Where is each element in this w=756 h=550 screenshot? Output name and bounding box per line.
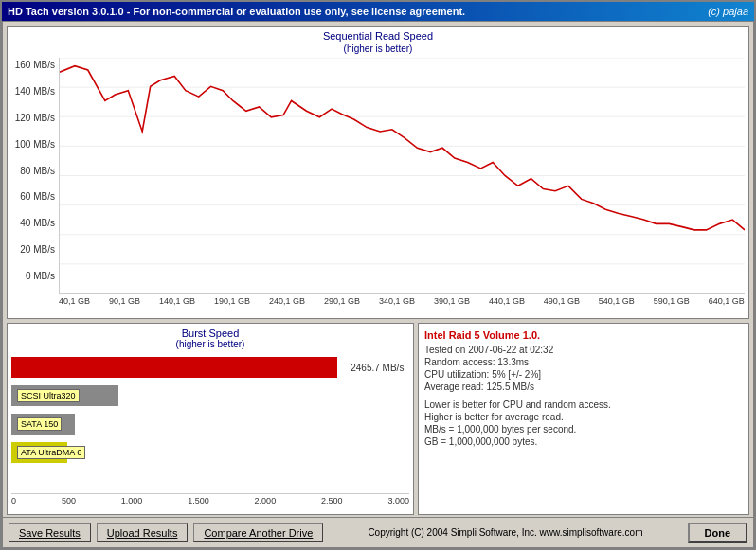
copyright-text: Copyright (C) 2004 Simpli Software, Inc.… (329, 527, 681, 538)
bar-fill: ATA UltraDMA 6 (11, 442, 67, 463)
y-axis-label: 120 MB/s (15, 113, 55, 123)
x-axis-label: 390,1 GB (434, 296, 470, 306)
x-axis-label: 340,1 GB (379, 296, 415, 306)
title-bar-text: HD Tach version 3.0.1.0 - For non-commer… (8, 6, 465, 17)
save-results-button[interactable]: Save Results (9, 523, 91, 542)
burst-title: Burst Speed (11, 328, 409, 339)
x-axis-label: 440,1 GB (489, 296, 525, 306)
chart-plot-area (59, 58, 745, 294)
bar-axis-label: 1.500 (188, 496, 209, 506)
info-note: Lower is better for CPU and random acces… (424, 399, 743, 410)
bar-fill: SATA 150 (11, 414, 75, 435)
bar-row: SATA 150 (11, 414, 409, 435)
bar-axis-label: 0 (11, 496, 16, 506)
y-axis-label: 40 MB/s (20, 218, 55, 228)
info-note: GB = 1,000,000,000 bytes. (424, 436, 743, 447)
bar-axis-label: 500 (62, 496, 76, 506)
bar-fill: SCSI Ultra320 (11, 385, 118, 406)
y-axis-label: 160 MB/s (15, 60, 55, 70)
title-bar: HD Tach version 3.0.1.0 - For non-commer… (2, 2, 754, 21)
burst-chart: Burst Speed (higher is better) 2465.7 MB… (7, 323, 414, 515)
bar-fill: 2465.7 MB/s (11, 357, 337, 378)
sequential-read-chart: Sequential Read Speed (higher is better)… (7, 26, 749, 319)
seq-chart-title: Sequential Read Speed (11, 30, 745, 42)
bar-label: SATA 150 (17, 417, 62, 431)
info-line: Average read: 125.5 MB/s (424, 381, 743, 392)
bar-track: ATA UltraDMA 6 (11, 442, 409, 463)
x-axis-label: 640,1 GB (709, 296, 745, 306)
info-line: CPU utilization: 5% [+/- 2%] (424, 369, 743, 380)
bar-track: 2465.7 MB/s (11, 357, 409, 378)
bar-row: ATA UltraDMA 6 (11, 442, 409, 463)
line-chart-wrapper: 160 MB/s140 MB/s120 MB/s100 MB/s80 MB/s6… (11, 58, 745, 294)
y-axis-label: 100 MB/s (15, 139, 55, 150)
bar-label: SCSI Ultra320 (17, 389, 80, 402)
line-chart-svg (60, 58, 745, 293)
bar-row: 2465.7 MB/s (11, 357, 409, 378)
y-axis-label: 140 MB/s (15, 86, 55, 97)
bar-track: SATA 150 (11, 414, 409, 435)
y-axis-label: 0 MB/s (26, 271, 55, 281)
info-line: Random access: 13.3ms (424, 357, 743, 367)
x-axis-labels: 40,1 GB90,1 GB140,1 GB190,1 GB240,1 GB29… (11, 296, 745, 306)
x-axis-label: 590,1 GB (654, 296, 690, 306)
seq-chart-subtitle: (higher is better) (11, 44, 745, 54)
bar-axis-label: 2.000 (255, 496, 277, 506)
drive-title: Intel Raid 5 Volume 1.0. (424, 329, 743, 341)
y-axis-label: 20 MB/s (20, 244, 55, 255)
x-axis-label: 490,1 GB (544, 296, 580, 306)
compare-drive-button[interactable]: Compare Another Drive (193, 523, 323, 542)
bottom-toolbar: Save Results Upload Results Compare Anot… (3, 517, 753, 547)
title-bar-brand: (c) pajaa (708, 6, 748, 17)
burst-subtitle: (higher is better) (11, 339, 409, 349)
x-axis-label: 540,1 GB (599, 296, 635, 306)
x-axis-label: 140,1 GB (159, 296, 195, 306)
info-note: MB/s = 1,000,000 bytes per second. (424, 424, 743, 435)
main-content: Sequential Read Speed (higher is better)… (2, 21, 754, 548)
bar-label: ATA UltraDMA 6 (17, 446, 85, 459)
bar-track: SCSI Ultra320 (11, 385, 409, 406)
x-axis-label: 190,1 GB (214, 296, 250, 306)
y-axis-label: 80 MB/s (20, 166, 55, 176)
bar-value: 2465.7 MB/s (351, 363, 404, 373)
x-axis-label: 40,1 GB (59, 296, 90, 306)
x-axis-label: 240,1 GB (269, 296, 305, 306)
bottom-section: Burst Speed (higher is better) 2465.7 MB… (7, 323, 749, 515)
y-axis-label: 60 MB/s (20, 191, 55, 202)
bar-axis-label: 3.000 (387, 496, 409, 506)
y-axis: 160 MB/s140 MB/s120 MB/s100 MB/s80 MB/s6… (11, 58, 59, 294)
x-axis-label: 90,1 GB (109, 296, 140, 306)
info-line: Tested on 2007-06-22 at 02:32 (424, 345, 743, 355)
bar-axis-label: 1.000 (121, 496, 143, 506)
bar-axis-label: 2.500 (321, 496, 343, 506)
bar-axis: 05001.0001.5002.0002.5003.000 (11, 493, 409, 506)
upload-results-button[interactable]: Upload Results (97, 523, 189, 542)
info-lines: Tested on 2007-06-22 at 02:32Random acce… (424, 345, 743, 392)
info-notes: Lower is better for CPU and random acces… (424, 399, 743, 447)
main-window: HD Tach version 3.0.1.0 - For non-commer… (0, 0, 756, 550)
x-axis-label: 290,1 GB (324, 296, 360, 306)
bar-chart-container: 2465.7 MB/sSCSI Ultra320SATA 150ATA Ultr… (11, 357, 409, 489)
info-note: Higher is better for average read. (424, 412, 743, 422)
bar-row: SCSI Ultra320 (11, 385, 409, 406)
info-panel: Intel Raid 5 Volume 1.0. Tested on 2007-… (418, 323, 749, 515)
done-button[interactable]: Done (688, 523, 748, 543)
